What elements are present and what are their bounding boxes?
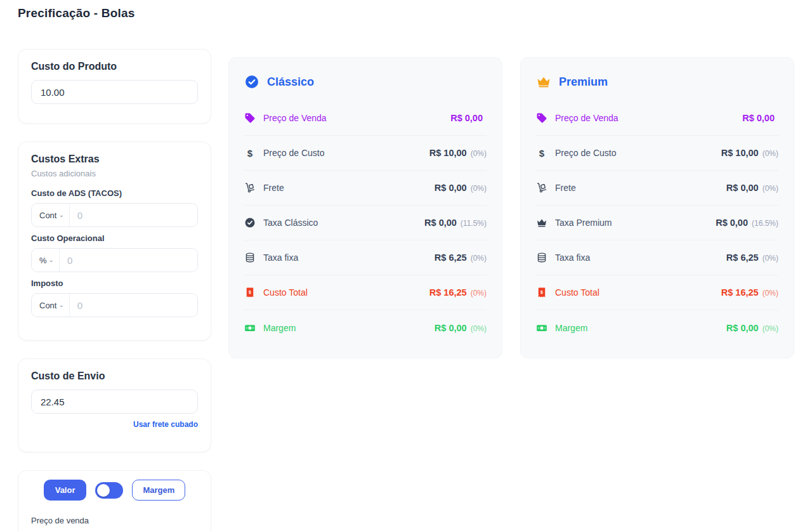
- crown-icon: [536, 74, 551, 89]
- plan-row-preco-de-venda: Preço de VendaR$ 0,00: [536, 101, 778, 136]
- plan-row-taxa-premium: Taxa PremiumR$ 0,00(16.5%): [536, 206, 778, 240]
- row-percent: (0%): [763, 254, 778, 263]
- plan-card-premium: Premium Preço de VendaR$ 0,00$Preço de C…: [520, 57, 794, 358]
- ads-cost-label: Custo de ADS (TACOS): [31, 188, 198, 198]
- row-label: Taxa fixa: [263, 252, 298, 263]
- row-value: R$ 16,25: [429, 287, 467, 298]
- coins-icon: [244, 252, 256, 263]
- row-percent: (0%): [763, 324, 778, 333]
- pricing-mode-row: Valor Margem: [31, 480, 198, 501]
- product-cost-card: Custo do Produto: [18, 49, 211, 124]
- row-label: Margem: [263, 323, 296, 333]
- ads-cost-input[interactable]: [70, 204, 197, 226]
- cubed-freight-link[interactable]: Usar frete cubado: [31, 420, 198, 429]
- shipping-cost-input[interactable]: [31, 390, 198, 414]
- row-label: Margem: [555, 323, 587, 333]
- row-label: Frete: [555, 183, 576, 193]
- plan-row-margem: MargemR$ 0,00(0%): [244, 310, 487, 345]
- chevron-down-icon: ⌄: [49, 256, 54, 263]
- product-cost-input[interactable]: [31, 80, 198, 104]
- extra-costs-subheading: Custos adicionais: [31, 169, 198, 178]
- plan-row-frete: FreteR$ 0,00(0%): [536, 171, 778, 206]
- tag-icon: [244, 112, 256, 124]
- operational-cost-input[interactable]: [60, 249, 197, 272]
- plan-row-custo-total: $Custo TotalR$ 16,25(0%): [244, 275, 487, 310]
- svg-text:$: $: [540, 290, 543, 295]
- plan-row-margem: MargemR$ 0,00(0%): [536, 310, 778, 345]
- row-value: R$ 0,00: [450, 113, 483, 123]
- tag-icon: [536, 112, 547, 124]
- shipping-cost-card: Custo de Envio Usar frete cubado: [18, 358, 211, 452]
- row-values: R$ 0,00: [742, 113, 778, 123]
- plan-title-classico: Clássico: [267, 75, 314, 89]
- sale-price-label: Preço de venda: [31, 516, 198, 525]
- row-values: R$ 0,00(0%): [435, 323, 487, 333]
- receipt-icon: $: [536, 287, 547, 298]
- row-values: R$ 0,00(0%): [726, 323, 778, 333]
- plan-row-taxa-fixa: Taxa fixaR$ 6,25(0%): [244, 240, 487, 275]
- check-circle-icon: [244, 217, 256, 228]
- check-circle-icon: [244, 74, 259, 89]
- shipping-cost-heading: Custo de Envio: [31, 370, 198, 382]
- row-values: R$ 0,00(0%): [435, 183, 487, 193]
- handtruck-icon: [536, 182, 547, 193]
- row-value: R$ 0,00: [726, 183, 759, 193]
- tax-unit-select[interactable]: Cont ⌄: [32, 294, 70, 317]
- handtruck-icon: [244, 182, 256, 193]
- banknote-icon: [536, 322, 547, 334]
- row-percent: (0%): [471, 254, 487, 263]
- plan-title-premium: Premium: [559, 75, 608, 89]
- row-label: Preço de Venda: [555, 113, 619, 123]
- plan-row-preco-de-custo: $Preço de CustoR$ 10,00(0%): [244, 136, 487, 171]
- plan-cards: Clássico Preço de VendaR$ 0,00$Preço de …: [228, 57, 794, 358]
- margem-button[interactable]: Margem: [132, 480, 185, 501]
- row-percent: (0%): [471, 289, 487, 298]
- tax-group: Cont ⌄: [31, 293, 198, 317]
- row-percent: (0%): [763, 149, 778, 158]
- ads-cost-group: Cont ⌄: [31, 203, 198, 227]
- operational-cost-label: Custo Operacional: [31, 233, 198, 243]
- pricing-page: Precificação - Bolas Custo do Produto Cu…: [0, 6, 812, 531]
- plan-rows-classico: Preço de VendaR$ 0,00$Preço de CustoR$ 1…: [244, 101, 487, 345]
- row-label: Preço de Custo: [263, 148, 325, 158]
- extra-costs-card: Custos Extras Custos adicionais Custo de…: [18, 141, 211, 341]
- row-values: R$ 16,25(0%): [429, 287, 487, 298]
- ads-cost-unit-select[interactable]: Cont ⌄: [32, 204, 70, 226]
- operational-cost-unit-select[interactable]: % ⌄: [32, 249, 60, 272]
- plan-rows-premium: Preço de VendaR$ 0,00$Preço de CustoR$ 1…: [536, 101, 778, 345]
- row-value: R$ 6,25: [435, 252, 467, 263]
- receipt-icon: $: [244, 287, 256, 298]
- row-label: Frete: [263, 183, 284, 193]
- crown-icon: [536, 217, 547, 228]
- row-label: Taxa Clássico: [263, 218, 318, 228]
- row-percent: (16.5%): [752, 219, 778, 228]
- row-value: R$ 10,00: [429, 148, 467, 158]
- chevron-down-icon: ⌄: [58, 211, 63, 218]
- row-values: R$ 10,00(0%): [721, 148, 778, 158]
- tax-label: Imposto: [31, 279, 198, 288]
- row-percent: (0%): [471, 184, 487, 193]
- main-layout: Custo do Produto Custos Extras Custos ad…: [18, 49, 794, 531]
- coins-icon: [536, 252, 547, 263]
- plan-row-custo-total: $Custo TotalR$ 16,25(0%): [536, 275, 778, 310]
- plan-row-taxa-fixa: Taxa fixaR$ 6,25(0%): [536, 240, 778, 275]
- ads-cost-unit-value: Cont: [39, 211, 56, 220]
- page-title: Precificação - Bolas: [18, 6, 794, 20]
- valor-button[interactable]: Valor: [44, 480, 87, 501]
- row-values: R$ 6,25(0%): [726, 252, 778, 263]
- operational-cost-unit-value: %: [39, 256, 47, 265]
- row-value: R$ 0,00: [424, 218, 457, 228]
- row-percent: (0%): [763, 289, 778, 298]
- tax-input[interactable]: [70, 294, 197, 317]
- row-value: R$ 0,00: [742, 113, 775, 123]
- banknote-icon: [244, 322, 256, 334]
- plan-row-taxa-classico: Taxa ClássicoR$ 0,00(11.5%): [244, 206, 487, 240]
- row-label: Custo Total: [263, 287, 308, 298]
- row-value: R$ 0,00: [716, 218, 748, 228]
- plan-header-classico: Clássico: [244, 73, 487, 91]
- row-percent: (0%): [471, 324, 487, 333]
- row-values: R$ 6,25(0%): [435, 252, 487, 263]
- pricing-mode-toggle[interactable]: [95, 482, 123, 499]
- dollar-icon: $: [244, 147, 256, 159]
- row-label: Taxa Premium: [555, 218, 612, 228]
